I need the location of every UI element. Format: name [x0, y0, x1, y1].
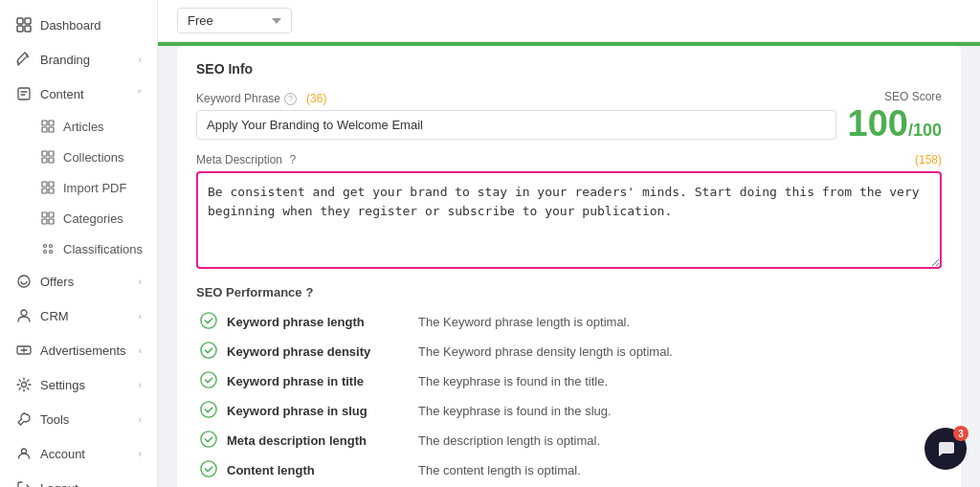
svg-point-32: [201, 372, 216, 387]
performance-label: Keyword phrase length: [223, 307, 414, 337]
seo-score-display: 100/100: [848, 105, 942, 142]
performance-row-kp-slug: Keyword phrase in slug The keyphrase is …: [196, 396, 942, 426]
sidebar-item-categories[interactable]: Categories: [0, 203, 157, 233]
sidebar-item-content[interactable]: Content ˅: [0, 77, 157, 111]
performance-description: The Keyword phrase length is optimal.: [414, 307, 942, 337]
sidebar-item-import-pdf-label: Import PDF: [63, 181, 126, 195]
performance-label: Keyword phrase in slug: [223, 396, 414, 426]
sidebar-item-settings[interactable]: Settings ‹: [0, 367, 157, 402]
keyword-label-group: Keyword Phrase ? (36): [196, 92, 836, 140]
sidebar-item-dashboard[interactable]: Dashboard: [0, 8, 157, 42]
keyword-phrase-input[interactable]: [196, 110, 836, 140]
svg-point-31: [201, 343, 216, 358]
sidebar-item-advertisements[interactable]: Advertisements ‹: [0, 333, 157, 367]
keyword-help-icon[interactable]: ?: [284, 93, 297, 105]
svg-point-34: [201, 432, 216, 447]
performance-help-icon[interactable]: ?: [306, 285, 314, 299]
svg-point-28: [22, 383, 27, 387]
settings-icon: [15, 376, 33, 393]
keyword-row: Keyword Phrase ? (36) SEO Score 100/100: [196, 90, 942, 142]
svg-rect-5: [42, 121, 47, 125]
svg-point-29: [22, 449, 27, 454]
chevron-right-crm-icon: ‹: [139, 311, 142, 321]
svg-rect-8: [49, 127, 54, 132]
chevron-down-icon: ˅: [137, 89, 142, 100]
plan-select[interactable]: Free Premium Enterprise: [177, 8, 292, 33]
sidebar-item-branding-label: Branding: [40, 53, 90, 67]
svg-rect-19: [42, 219, 47, 224]
check-icon: [200, 342, 217, 359]
svg-rect-11: [42, 158, 47, 163]
meta-help-icon[interactable]: ?: [289, 153, 296, 166]
sidebar-item-logout[interactable]: Logout: [0, 471, 157, 487]
performance-description: The Keyword phrase density length is opt…: [414, 337, 942, 366]
chat-bubble[interactable]: 3: [924, 428, 967, 470]
sidebar-item-logout-label: Logout: [40, 481, 78, 488]
seo-score-group: SEO Score 100/100: [848, 90, 942, 142]
svg-rect-18: [49, 212, 54, 217]
dashboard-icon: [15, 16, 33, 33]
svg-point-24: [50, 251, 53, 254]
svg-point-30: [201, 313, 216, 328]
crm-icon: [15, 307, 33, 324]
sidebar-item-account[interactable]: Account ‹: [0, 436, 157, 471]
performance-label: Keyword phrase density: [223, 337, 414, 366]
svg-rect-4: [18, 88, 30, 100]
performance-table: Keyword phrase length The Keyword phrase…: [196, 307, 942, 485]
meta-description-label: Meta Description ?: [196, 153, 296, 166]
sidebar-item-advertisements-label: Advertisements: [40, 343, 126, 358]
sidebar-item-settings-label: Settings: [40, 378, 85, 392]
sidebar-item-articles[interactable]: Articles: [0, 111, 157, 142]
sidebar-item-categories-label: Categories: [63, 211, 123, 226]
svg-point-23: [44, 251, 47, 254]
svg-rect-14: [49, 182, 54, 187]
svg-rect-2: [17, 26, 23, 32]
seo-score-max: /100: [908, 121, 942, 140]
performance-row-content-length: Content length The content length is opt…: [196, 455, 942, 485]
sidebar: Dashboard Branding ‹ Content ˅: [0, 0, 158, 487]
svg-point-35: [201, 461, 216, 476]
check-icon: [200, 431, 217, 448]
sidebar-item-crm[interactable]: CRM ‹: [0, 299, 157, 333]
sidebar-item-collections[interactable]: Collections: [0, 142, 157, 172]
performance-row-kp-title: Keyword phrase in title The keyphrase is…: [196, 366, 942, 396]
account-icon: [15, 445, 33, 462]
svg-rect-12: [49, 158, 54, 163]
sidebar-item-tools-label: Tools: [40, 412, 69, 427]
seo-card: SEO Info Keyword Phrase ? (36) SEO Score…: [177, 46, 961, 487]
sidebar-item-offers[interactable]: Offers ‹: [0, 264, 157, 299]
svg-rect-7: [42, 127, 47, 132]
check-icon: [200, 401, 217, 418]
collections-icon: [40, 149, 56, 165]
svg-rect-0: [17, 18, 23, 24]
sidebar-item-import-pdf[interactable]: Import PDF: [0, 172, 157, 203]
meta-description-section: Meta Description ? (158) Be consistent a…: [196, 153, 942, 272]
sidebar-item-classifications-label: Classifications: [63, 242, 143, 256]
performance-label: Keyword phrase in title: [223, 366, 414, 396]
performance-description: The keyphrase is found in the title.: [414, 366, 942, 396]
import-pdf-icon: [40, 180, 56, 195]
offers-icon: [15, 273, 33, 290]
sidebar-item-crm-label: CRM: [40, 309, 69, 323]
sidebar-item-dashboard-label: Dashboard: [40, 18, 101, 33]
sidebar-item-tools[interactable]: Tools ‹: [0, 402, 157, 436]
svg-rect-1: [25, 18, 31, 24]
sidebar-item-classifications[interactable]: Classifications: [0, 233, 157, 264]
chevron-right-account-icon: ‹: [139, 449, 142, 459]
performance-row-kp-length: Keyword phrase length The Keyword phrase…: [196, 307, 942, 337]
svg-rect-10: [49, 151, 54, 156]
chevron-right-ads-icon: ‹: [139, 345, 142, 356]
meta-description-textarea[interactable]: Be consistent and get your brand to stay…: [196, 171, 942, 269]
svg-rect-20: [49, 219, 54, 224]
performance-description: The content length is optimal.: [414, 455, 942, 485]
svg-rect-13: [42, 182, 47, 187]
performance-description: The description length is optimal.: [414, 426, 942, 455]
sidebar-item-branding[interactable]: Branding ‹: [0, 42, 157, 77]
chevron-right-settings-icon: ‹: [139, 380, 142, 390]
sidebar-item-content-label: Content: [40, 87, 84, 101]
check-icon: [200, 460, 217, 477]
branding-icon: [15, 51, 33, 68]
svg-rect-3: [25, 26, 31, 32]
sidebar-item-offers-label: Offers: [40, 275, 74, 289]
svg-rect-16: [49, 188, 54, 193]
